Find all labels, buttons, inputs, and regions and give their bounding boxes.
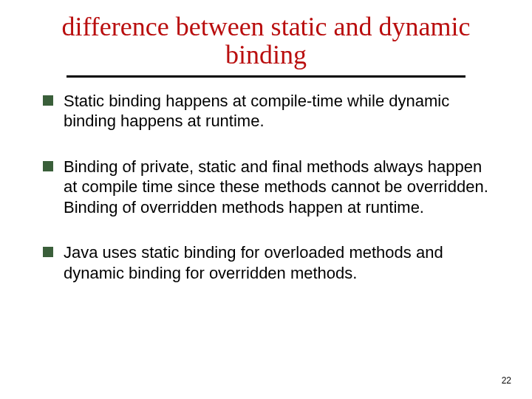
slide-title: difference between static and dynamic bi… [0,0,532,74]
list-item: Java uses static binding for overloaded … [43,242,489,283]
bullet-text: Static binding happens at compile-time w… [64,91,489,132]
bullet-text: Java uses static binding for overloaded … [64,242,489,283]
page-number: 22 [502,375,511,386]
bullet-text: Binding of private, static and final met… [64,157,489,218]
square-bullet-icon [43,247,53,257]
list-item: Binding of private, static and final met… [43,157,489,218]
slide-body: Static binding happens at compile-time w… [0,78,532,284]
square-bullet-icon [43,95,53,106]
list-item: Static binding happens at compile-time w… [43,91,489,132]
slide: difference between static and dynamic bi… [0,0,532,399]
square-bullet-icon [43,161,53,171]
